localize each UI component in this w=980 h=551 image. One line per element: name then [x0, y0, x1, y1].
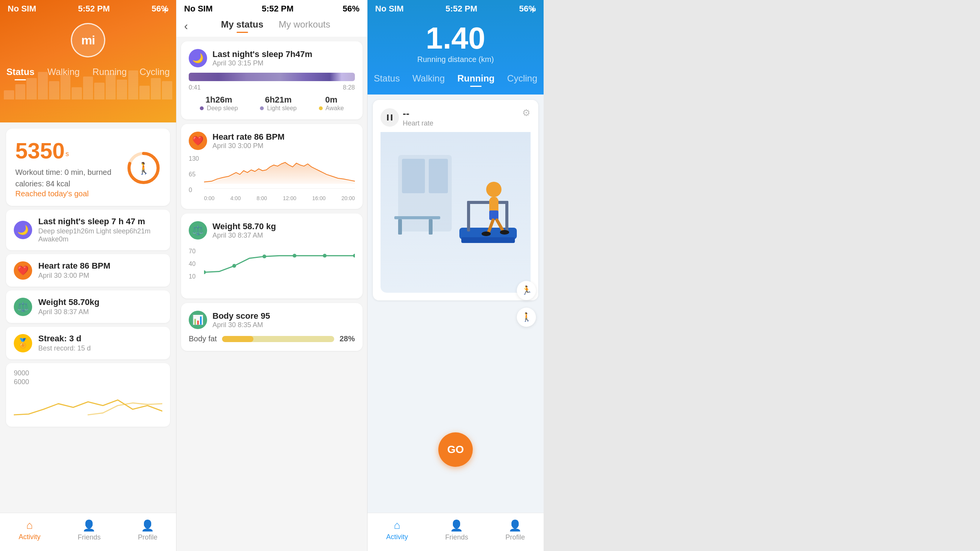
- p1-chart-y-labels: 9000 6000: [14, 369, 162, 386]
- svg-rect-20: [505, 201, 508, 231]
- p1-nav-friends[interactable]: 👤 Friends: [78, 519, 101, 541]
- p3-tab-cycling[interactable]: Cycling: [503, 72, 542, 85]
- svg-rect-24: [489, 199, 498, 212]
- p3-header: No SIM 5:52 PM 56% + 1.40 Running distan…: [368, 0, 544, 95]
- p2-body-fat-bar-wrap: [222, 336, 334, 342]
- p2-header: No SIM 5:52 PM 56% ‹ My status My workou…: [176, 0, 367, 37]
- p3-heart-info: -- Heart rate: [403, 108, 433, 127]
- p2-status-bar: No SIM 5:52 PM 56%: [176, 0, 367, 15]
- p2-hr-y2: 65: [189, 171, 202, 178]
- p3-distance-label: Running distance (km): [368, 55, 544, 64]
- p3-home-icon: ⌂: [394, 519, 400, 531]
- p1-weight-sub: April 30 8:37 AM: [38, 308, 100, 316]
- p1-logo-area: mi: [0, 15, 176, 61]
- p1-home-icon: ⌂: [26, 519, 33, 531]
- p1-tab-running[interactable]: Running: [88, 65, 131, 79]
- p3-gear-icon[interactable]: ⚙: [522, 108, 531, 118]
- spacer: [544, 0, 980, 551]
- p1-heart-item[interactable]: ❤️ Heart rate 86 BPM April 30 3:00 PM: [6, 254, 170, 287]
- p3-tab-walking[interactable]: Walking: [408, 72, 449, 85]
- p3-profile-label: Profile: [505, 533, 525, 541]
- p1-heart-icon: ❤️: [14, 261, 32, 280]
- p1-steps-card: 5350s Workout time: 0 min, burned calori…: [6, 129, 170, 206]
- p1-bottom-nav: ⌂ Activity 👤 Friends 👤 Profile: [0, 513, 176, 551]
- p3-carrier: No SIM: [375, 4, 404, 14]
- p2-light-sleep-stat: 6h21m Light sleep: [260, 95, 297, 112]
- p1-goal-label: Reached today's goal: [15, 189, 126, 198]
- p2-tab-workouts[interactable]: My workouts: [279, 19, 330, 33]
- p1-weight-item[interactable]: ⚖️ Weight 58.70kg April 30 8:37 AM: [6, 290, 170, 323]
- p2-body-score-card: 📊 Body score 95 April 30 8:35 AM Body fa…: [181, 303, 363, 351]
- p3-nav-activity[interactable]: ⌂ Activity: [386, 519, 408, 541]
- p2-hr-x2: 8:00: [256, 195, 267, 201]
- p1-tab-status[interactable]: Status: [2, 65, 39, 79]
- p2-sleep-times: 0:41 8:28: [189, 84, 355, 91]
- p1-friends-icon: 👤: [82, 519, 96, 532]
- p1-profile-label: Profile: [138, 533, 157, 541]
- p2-heart-title: Heart rate 86 BPM: [212, 132, 284, 142]
- p2-awake-stat: 0m Awake: [319, 95, 344, 112]
- p2-sleep-date: April 30 3:15 PM: [212, 59, 312, 67]
- p1-workout-info: Workout time: 0 min, burned calories: 84…: [15, 166, 126, 189]
- p3-go-button[interactable]: GO: [438, 432, 473, 467]
- p1-activity-label: Activity: [19, 533, 41, 541]
- p2-battery: 56%: [343, 4, 359, 14]
- p3-heart-row: -- Heart rate: [381, 108, 531, 127]
- p2-body-fat-pct: 28%: [340, 334, 355, 343]
- p2-awake-value: 0m: [319, 95, 344, 105]
- p2-deep-dot: [200, 106, 204, 110]
- p1-streak-text: Streak: 3 d Best record: 15 d: [38, 334, 91, 352]
- p3-activity-label: Activity: [386, 533, 408, 541]
- p1-streak-sub: Best record: 15 d: [38, 344, 91, 352]
- p1-nav-profile[interactable]: 👤 Profile: [138, 519, 157, 541]
- p2-hr-y-labels: 130 65 0: [189, 155, 202, 194]
- p2-sleep-header: 🌙 Last night's sleep 7h47m April 30 3:15…: [189, 49, 355, 67]
- p2-light-sleep-label: Light sleep: [260, 105, 297, 112]
- p2-carrier: No SIM: [184, 4, 213, 14]
- p2-heart-header: ❤️ Heart rate 86 BPM April 30 3:00 PM: [189, 132, 355, 150]
- p2-body-score-title: Body score 95: [212, 311, 270, 321]
- p3-heart-icon: [381, 108, 399, 127]
- p2-sleep-bar: [189, 73, 355, 81]
- svg-point-6: [292, 254, 296, 258]
- p1-weight-icon: ⚖️: [14, 298, 32, 316]
- p2-body-score-date: April 30 8:35 AM: [212, 321, 270, 329]
- p3-tab-running[interactable]: Running: [453, 72, 499, 85]
- p2-hr-svg: [204, 155, 355, 186]
- p1-profile-icon: 👤: [141, 519, 154, 532]
- p2-back-button[interactable]: ‹: [184, 20, 188, 33]
- p3-tab-status[interactable]: Status: [369, 72, 404, 85]
- p2-hr-x-labels: 0:00 4:00 8:00 12:00 16:00 20:00: [204, 195, 355, 201]
- p1-add-button[interactable]: +: [162, 4, 168, 17]
- p3-walking-icon-2[interactable]: 🚶: [517, 308, 536, 327]
- p1-status-bar: No SIM 5:52 PM 56%: [0, 0, 176, 15]
- svg-rect-12: [402, 159, 425, 193]
- p1-tab-walking[interactable]: Walking: [43, 65, 84, 79]
- p2-deep-sleep-stat: 1h26m Deep sleep: [200, 95, 238, 112]
- p1-tab-cycling[interactable]: Cycling: [135, 65, 175, 79]
- p3-friends-label: Friends: [445, 533, 468, 541]
- p3-nav-profile[interactable]: 👤 Profile: [505, 519, 525, 541]
- p2-heart-date: April 30 3:00 PM: [212, 142, 284, 150]
- p1-nav-activity[interactable]: ⌂ Activity: [19, 519, 41, 541]
- p1-streak-item[interactable]: 🏅 Streak: 3 d Best record: 15 d: [6, 327, 170, 359]
- p2-light-dot: [260, 106, 264, 110]
- p2-weight-chart: 70 40 10: [189, 245, 355, 291]
- p1-chart-svg: [14, 388, 162, 419]
- p2-sleep-end: 8:28: [343, 84, 355, 91]
- p1-steps-number: 5350s: [15, 138, 126, 163]
- p2-body-score-icon: 📊: [189, 311, 207, 329]
- p2-tab-status[interactable]: My status: [221, 19, 263, 33]
- p2-weight-y-labels: 70 40 10: [189, 245, 202, 283]
- p3-add-button[interactable]: +: [530, 4, 536, 16]
- p3-treadmill-svg: [390, 151, 521, 274]
- p2-heart-info: Heart rate 86 BPM April 30 3:00 PM: [212, 132, 284, 150]
- p2-hr-chart: 130 65 0: [189, 155, 355, 201]
- p1-steps-info: 5350s Workout time: 0 min, burned calori…: [15, 138, 126, 198]
- p1-sleep-item[interactable]: 🌙 Last night's sleep 7 h 47 m Deep sleep…: [6, 210, 170, 250]
- p3-running-icon[interactable]: 🏃: [517, 281, 536, 300]
- p3-nav-friends[interactable]: 👤 Friends: [445, 519, 468, 541]
- svg-point-29: [500, 230, 509, 235]
- p2-deep-sleep-label: Deep sleep: [200, 105, 238, 112]
- p2-body-score-header: 📊 Body score 95 April 30 8:35 AM: [189, 311, 355, 329]
